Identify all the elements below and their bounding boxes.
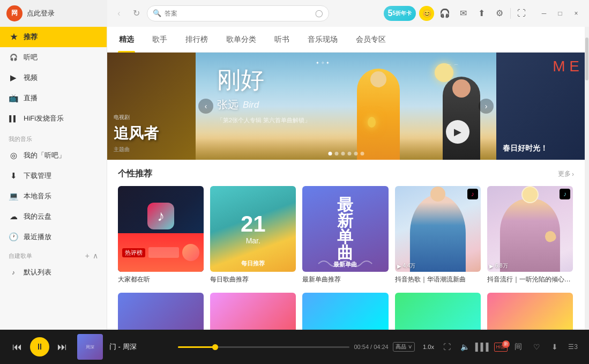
second-card-2[interactable] xyxy=(210,293,296,330)
progress-bar[interactable] xyxy=(178,346,349,348)
tab-tingshu[interactable]: 听书 xyxy=(273,27,290,53)
quality-button[interactable]: 高品 ∨ xyxy=(393,342,415,352)
sidebar-item-local[interactable]: 💻 本地音乐 xyxy=(0,186,107,206)
screen-button[interactable]: ⛶ xyxy=(439,339,454,354)
sidebar-item-video[interactable]: ▶ 视频 xyxy=(0,68,107,88)
collapse-playlist-button[interactable]: ∧ xyxy=(93,251,98,260)
sidebar-label-local: 本地音乐 xyxy=(24,191,51,201)
banner-play-button[interactable]: ▶ xyxy=(446,120,469,144)
volume-button[interactable]: 🔈 xyxy=(458,339,473,354)
back-button[interactable]: ‹ xyxy=(113,7,125,20)
download-player-button[interactable]: ⬇ xyxy=(547,339,562,354)
banner-dot-3[interactable] xyxy=(341,152,345,155)
scrollbar-thumb[interactable] xyxy=(585,38,588,80)
card-newest[interactable]: 最新单曲 最新单曲 最新单曲推荐 xyxy=(302,186,388,284)
upload-icon[interactable]: ⬆ xyxy=(474,6,489,21)
banner-main[interactable]: ✦ ✧ ✦ xyxy=(196,53,496,160)
banner-left-title: 追风者 xyxy=(114,123,189,144)
banner-dot-4[interactable] xyxy=(347,152,351,155)
vip-avatar[interactable]: 😊 xyxy=(419,6,434,21)
banner-desc: 「第2张个人专辑 第六首单曲解锁」 xyxy=(217,116,310,124)
speed-button[interactable]: 1.0x xyxy=(421,339,436,354)
card-label-daily: 每日歌曲推荐 xyxy=(210,275,296,284)
hifi-button[interactable]: Hi音 新 xyxy=(494,343,508,352)
sidebar-label-hifi: HiFi发烧音乐 xyxy=(24,114,64,123)
lyrics-button[interactable]: 间 xyxy=(511,339,526,354)
sidebar-label-my-tingba: 我的「听吧」 xyxy=(24,151,65,160)
banner-left[interactable]: 电视剧 追风者 主题曲 xyxy=(107,53,196,160)
card-tiktok-hot[interactable]: ♪ 抖音热歌 一键随心听 ↺ 热评榜 xyxy=(118,186,204,284)
card-daily[interactable]: 21 Mar. 每日推荐 每日歌曲推荐 xyxy=(210,186,296,284)
play-count-girl2: ▶ 6.8万 xyxy=(489,262,508,270)
banner-left-sub: 主题曲 xyxy=(114,146,189,153)
close-button[interactable]: × xyxy=(569,6,584,21)
banner-dot-2[interactable] xyxy=(334,152,338,155)
prev-button[interactable]: ⏮ xyxy=(9,338,26,355)
sidebar-item-live[interactable]: 📺 直播 xyxy=(0,88,107,108)
pause-button[interactable]: ⏸ xyxy=(30,337,49,356)
sidebar-item-tingba[interactable]: 🎧 听吧 xyxy=(0,47,107,68)
maximize-button[interactable]: □ xyxy=(553,6,568,21)
tab-huiyuan[interactable]: 会员专区 xyxy=(355,27,387,53)
sidebar-item-cloud[interactable]: ☁ 我的云盘 xyxy=(0,206,107,227)
sidebar-item-my-tingba[interactable]: ◎ 我的「听吧」 xyxy=(0,145,107,166)
banner-right[interactable]: M E 春日好时光！ xyxy=(496,53,585,160)
headphone-icon[interactable]: 🎧 xyxy=(437,6,452,21)
refresh-button[interactable]: ↻ xyxy=(130,7,143,20)
sidebar-item-recent[interactable]: 🕐 最近播放 xyxy=(0,227,107,247)
sidebar-label-download: 下载管理 xyxy=(24,171,51,181)
player-bar: ⏮ ⏸ ⏭ 周深 门 - 周深 00:54 / 04:24 xyxy=(0,330,589,364)
card-label-girl1: 抖音热歌｜华语潮流新曲 xyxy=(395,275,481,284)
add-playlist-button[interactable]: + xyxy=(85,251,90,260)
banner-title-cn: 刚好 xyxy=(217,69,310,92)
playlist-count-button[interactable]: ☰ 3 xyxy=(565,339,580,354)
banner-overlay-text: 刚好 张远 Bird 「第2张个人专辑 第六首单曲解锁」 xyxy=(217,69,310,124)
banner-dot-5[interactable] xyxy=(354,152,357,155)
second-card-4[interactable] xyxy=(395,293,481,330)
progress-fill xyxy=(178,346,216,348)
progress-time: 00:54 / 04:24 xyxy=(354,344,388,350)
second-card-1[interactable] xyxy=(118,293,204,330)
banner-dot-1[interactable] xyxy=(328,152,332,155)
playlist-actions: + ∧ xyxy=(85,251,98,260)
second-card-5[interactable] xyxy=(487,293,573,330)
sidebar-item-default-playlist[interactable]: ♪ 默认列表 xyxy=(0,262,107,283)
login-button[interactable]: 点此登录 xyxy=(27,9,55,18)
next-button[interactable]: ⏭ xyxy=(54,338,71,355)
player-progress: 门 - 周深 00:54 / 04:24 高品 ∨ xyxy=(109,342,415,352)
tab-gedanfenlei[interactable]: 歌单分类 xyxy=(225,27,257,53)
search-input[interactable] xyxy=(165,10,312,17)
cloud-icon: ☁ xyxy=(9,212,18,221)
sidebar-item-hifi[interactable]: ▌▌ HiFi发烧音乐 xyxy=(0,108,107,129)
mail-icon[interactable]: ✉ xyxy=(456,6,471,21)
search-icon: 🔍 xyxy=(153,9,161,17)
minimize-button[interactable]: ─ xyxy=(536,6,551,21)
sidebar-item-download[interactable]: ⬇ 下载管理 xyxy=(0,166,107,186)
tab-paihangbang[interactable]: 排行榜 xyxy=(184,27,209,53)
sidebar-item-recommend[interactable]: ★ 推荐 xyxy=(0,27,107,47)
top-right-icons: 55折年卡 😊 🎧 ✉ ⬆ ⚙ ⛶ ─ □ × xyxy=(384,6,584,21)
settings-icon[interactable]: ⚙ xyxy=(492,6,507,21)
card-girl1[interactable]: ▶ 4.4万 ♪ 抖音热歌｜华语潮流新曲 xyxy=(395,186,481,284)
search-bar: 🔍 ◯ xyxy=(147,5,329,21)
player-thumbnail[interactable]: 周深 xyxy=(77,334,103,360)
content-area: 精选 歌手 排行榜 歌单分类 听书 音乐现场 会员专区 电视剧 追风者 xyxy=(107,27,585,330)
equalizer-button[interactable]: ▌▌▌ xyxy=(476,339,491,354)
promo-badge[interactable]: 55折年卡 xyxy=(384,6,416,21)
banner-dot-6[interactable] xyxy=(360,152,364,155)
section-header: 个性推荐 更多 › xyxy=(118,168,574,180)
fullscreen-icon[interactable]: ⛶ xyxy=(514,6,529,21)
sidebar-label-video: 视频 xyxy=(24,73,38,83)
banner-next-button[interactable]: › xyxy=(479,99,494,114)
card-girl2[interactable]: ▶ 6.8万 ♪ 抖音流行｜一听沦陷的倾心旋律 xyxy=(487,186,573,284)
tab-geshou[interactable]: 歌手 xyxy=(151,27,168,53)
more-button[interactable]: 更多 › xyxy=(558,169,574,179)
second-card-3[interactable] xyxy=(302,293,388,330)
tab-jingxuan[interactable]: 精选 xyxy=(118,27,135,53)
hotlist-badge: 热评榜 xyxy=(122,248,145,257)
tab-yinyuexianchang[interactable]: 音乐现场 xyxy=(307,27,339,53)
banner-prev-button[interactable]: ‹ xyxy=(198,99,213,114)
banner-section: 电视剧 追风者 主题曲 ✦ ✧ ✦ xyxy=(107,53,585,160)
card-thumb-tiktok: ♪ 抖音热歌 一键随心听 ↺ 热评榜 xyxy=(118,186,204,272)
like-button[interactable]: ♡ xyxy=(529,339,544,354)
